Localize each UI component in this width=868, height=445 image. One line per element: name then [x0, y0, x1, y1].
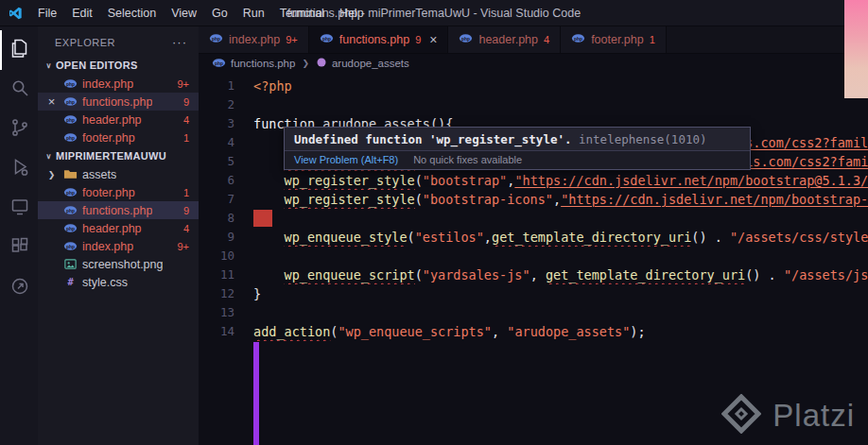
activity-explorer[interactable]	[0, 30, 38, 70]
line-content[interactable]	[253, 95, 868, 114]
code-line[interactable]: 14add_action("wp_enqueue_scripts", "arud…	[199, 322, 868, 341]
gutter-line-number[interactable]: 9	[199, 228, 253, 247]
activity-search[interactable]	[0, 70, 38, 110]
code-line[interactable]: 9 wp_enqueue_style("estilos",get_templat…	[199, 228, 868, 247]
folder-assets[interactable]: ❯assets	[38, 165, 199, 183]
breadcrumb-item-arudope_assets[interactable]: arudope_assets	[316, 57, 409, 70]
tab-functions-php[interactable]: phpfunctions.php9×	[309, 26, 449, 53]
tab-header-php[interactable]: phpheader.php4	[448, 26, 561, 53]
code-area[interactable]: 1<?php23function arudope_assets(){4 wp_r…	[199, 73, 868, 341]
gutter-line-number[interactable]: 7	[199, 190, 253, 209]
activity-remote-explorer[interactable]	[0, 189, 38, 229]
more-actions-icon[interactable]: ···	[172, 35, 187, 49]
menu-item-go[interactable]: Go	[204, 4, 235, 23]
line-content[interactable]: <?php	[253, 77, 868, 95]
tab-footer-php[interactable]: phpfooter.php1	[561, 26, 667, 53]
code-line[interactable]: 8	[199, 209, 868, 228]
line-content[interactable]: wp_enqueue_style("estilos",get_template_…	[253, 228, 868, 247]
menu-item-run[interactable]: Run	[235, 4, 272, 23]
file-header-php[interactable]: phpheader.php4	[38, 111, 199, 128]
php-icon: php	[320, 31, 334, 48]
gutter-line-number[interactable]: 8	[199, 209, 253, 228]
code-line[interactable]: 10	[199, 247, 868, 265]
gutter-line-number[interactable]: 12	[199, 284, 253, 303]
gutter-line-number[interactable]: 10	[199, 247, 253, 265]
code-token: wp_register_style	[285, 173, 415, 188]
line-content[interactable]: }	[253, 284, 868, 303]
php-icon: php	[459, 31, 473, 48]
code-token: wp_enqueue_style	[285, 230, 408, 245]
menu-item-selection[interactable]: Selection	[100, 4, 164, 23]
code-token: ,	[492, 324, 507, 339]
menu-item-help[interactable]: Help	[332, 4, 372, 23]
file-index-php[interactable]: phpindex.php9+	[38, 75, 199, 93]
file-footer-php[interactable]: phpfooter.php1	[38, 183, 199, 201]
file-functions-php[interactable]: ×phpfunctions.php9	[38, 93, 199, 111]
code-line[interactable]: 1<?php	[199, 77, 868, 95]
breadcrumb-item-functions-php[interactable]: phpfunctions.php	[212, 56, 295, 72]
tab-index-php[interactable]: phpindex.php9+	[199, 26, 309, 53]
activity-source-control[interactable]	[0, 110, 38, 149]
vscode-logo-icon	[8, 6, 23, 21]
file-header-php[interactable]: phpheader.php4	[38, 219, 199, 237]
line-content[interactable]: wp_register_style("bootstrap-icons","htt…	[253, 190, 868, 209]
code-line[interactable]: 6 wp_register_style("bootstrap","https:/…	[199, 171, 868, 190]
problem-count-badge: 9	[183, 96, 199, 108]
gutter-line-number[interactable]: 13	[199, 303, 253, 322]
code-line[interactable]: 13	[199, 303, 868, 322]
svg-text:php: php	[322, 37, 331, 42]
chevron-right-icon[interactable]: ❯	[45, 170, 58, 180]
file-footer-php[interactable]: phpfooter.php1	[38, 128, 199, 146]
file-style-css[interactable]: #style.css	[38, 273, 199, 291]
view-problem-link[interactable]: View Problem (Alt+F8)	[294, 154, 398, 165]
menubar: FileEditSelectionViewGoRunTerminalHelp	[30, 4, 372, 23]
file-functions-php[interactable]: phpfunctions.php9	[38, 201, 199, 219]
section-header-miprimertemauwu[interactable]: ∨MIPRIMERTEMAUWU	[38, 146, 199, 165]
gutter-line-number[interactable]: 3	[199, 114, 253, 133]
image-icon	[62, 257, 78, 272]
menu-item-file[interactable]: File	[30, 4, 64, 23]
code-line[interactable]: 7 wp_register_style("bootstrap-icons","h…	[199, 190, 868, 209]
menu-item-edit[interactable]: Edit	[64, 4, 100, 23]
tab-problem-count: 9+	[286, 34, 298, 45]
gutter-line-number[interactable]: 5	[199, 152, 253, 171]
php-icon: php	[571, 31, 585, 48]
line-content[interactable]: wp_register_style("bootstrap","https://c…	[253, 171, 868, 190]
file-name: header.php	[82, 113, 142, 127]
file-screenshot-png[interactable]: screenshot.png	[38, 255, 199, 273]
line-content[interactable]	[253, 303, 868, 322]
gutter-line-number[interactable]: 2	[199, 95, 253, 114]
activity-extensions[interactable]	[0, 229, 38, 268]
close-icon[interactable]: ×	[45, 95, 58, 108]
activity-live-share[interactable]	[0, 268, 38, 308]
close-icon[interactable]: ×	[429, 33, 437, 46]
line-content[interactable]: add_action("wp_enqueue_scripts", "arudop…	[253, 322, 868, 341]
php-icon: php	[62, 203, 78, 218]
menu-item-terminal[interactable]: Terminal	[272, 4, 332, 23]
gutter-line-number[interactable]: 1	[199, 77, 253, 95]
line-content[interactable]: wp_enqueue_script("yardsales-js", get_te…	[253, 265, 868, 284]
gutter-line-number[interactable]: 11	[199, 265, 253, 284]
svg-text:php: php	[66, 82, 75, 87]
gutter-line-number[interactable]: 6	[199, 171, 253, 190]
breadcrumb-label: arudope_assets	[332, 58, 409, 69]
php-icon: php	[62, 94, 78, 110]
code-line[interactable]: 2	[199, 95, 868, 114]
svg-text:php: php	[66, 209, 75, 214]
section-header-open-editors[interactable]: ∨OPEN EDITORS	[38, 56, 199, 75]
svg-text:php: php	[66, 245, 75, 249]
explorer-header: EXPLORER ···	[38, 26, 199, 56]
file-index-php[interactable]: phpindex.php9+	[38, 237, 199, 255]
no-quickfix-hint: No quick fixes available	[413, 154, 522, 165]
remote-icon	[9, 196, 31, 222]
code-line[interactable]: 11 wp_enqueue_script("yardsales-js", get…	[199, 265, 868, 284]
gutter-line-number[interactable]: 14	[199, 322, 253, 341]
breadcrumb[interactable]: phpfunctions.php❯arudope_assets	[199, 54, 868, 73]
problem-count-badge: 9+	[177, 241, 199, 252]
menu-item-view[interactable]: View	[164, 4, 204, 23]
activity-run-and-debug[interactable]	[0, 149, 38, 189]
line-content[interactable]	[253, 247, 868, 265]
code-line[interactable]: 12}	[199, 284, 868, 303]
gutter-line-number[interactable]: 4	[199, 133, 253, 152]
line-content[interactable]	[253, 209, 868, 228]
